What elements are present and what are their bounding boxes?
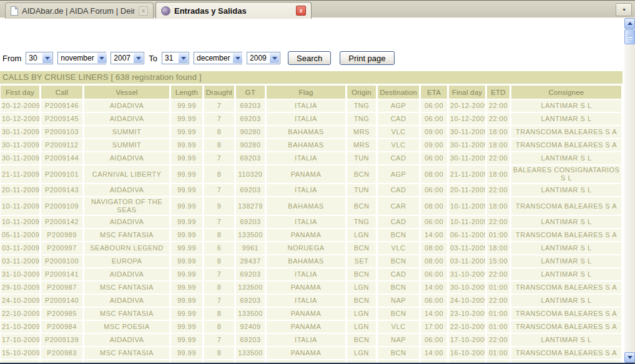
cell: 01:00 [487,321,509,333]
scrollbar-thumb[interactable] [624,29,635,44]
cell: 7 [204,100,234,112]
cell: 03-11-2009 [449,255,485,267]
cell: ITALIA [267,216,345,228]
cell: 69203 [236,334,265,346]
close-tab-icon[interactable]: x [139,6,148,16]
cell: 09:00 [421,139,447,151]
cell: AGP [378,100,419,112]
column-header: GT [236,86,265,99]
cell: 22-10-2009 [1,308,39,320]
cell: 69203 [236,216,265,228]
browser-tab-bar: AIDAbar.de | AIDA Forum | Deine Clu... x… [0,0,635,18]
cell: NAVIGATOR OF THE SEAS [84,197,169,215]
scroll-up-button[interactable] [624,18,635,29]
cell: 29-10-2009 [1,282,39,293]
to-day-select[interactable]: 31 [162,52,189,64]
cell: LANTIMAR S L [511,100,621,112]
cell: BCN [347,197,376,215]
cell: TRANSCOMA BALEARES S A [511,321,621,333]
cell: PANAMA [267,308,345,320]
cell: 20-12-2009 [449,100,485,112]
cell: ITALIA [267,152,345,164]
cell: VLC [378,126,419,138]
cell: AIDADIVA [84,152,169,164]
cell: 31-10-2009 [449,268,485,280]
column-header: Consignee [511,86,621,99]
cell: ITALIA [267,334,345,346]
cell: 138279 [236,197,265,215]
cell: AGP [378,165,419,183]
results-title-bar: CALLS BY CRUISE LINERS [ 638 registratio… [0,71,623,84]
cell: TRANSCOMA BALEARES S A [511,197,621,215]
cell: 110320 [236,165,265,183]
cell: 01:00 [487,308,509,320]
cell: 18:00 [487,242,509,254]
cell: TRANSCOMA BALEARES S A [511,126,621,138]
cell: 7 [204,113,234,125]
document-page-icon [11,6,18,16]
cell: 10-12-2009 [1,113,39,125]
tab-aidabar[interactable]: AIDAbar.de | AIDA Forum | Deine Clu... x [5,2,154,19]
from-day-select[interactable]: 30 [26,52,53,64]
cell: 7 [204,152,234,164]
print-page-button[interactable]: Print page [340,51,394,65]
cell: 10-11-2009 [449,197,485,215]
cell: BCN [378,229,419,241]
cell: AIDADIVA [84,184,169,196]
cell: 09:00 [421,126,447,138]
cell: VLC [378,242,419,254]
cell: MSC FANTASIA [84,229,169,241]
table-row: 10-11-2009P2009109NAVIGATOR OF THE SEAS9… [1,197,621,215]
cell: 30-11-2009 [1,126,39,138]
column-header: Length [171,86,202,99]
cell: NAP [378,295,419,307]
cell: 17-10-2009 [449,334,485,346]
cell: 08:00 [421,197,447,215]
to-year-select[interactable]: 2009 [247,52,280,64]
cell: 22:00 [487,113,509,125]
cell: 99.99 [171,229,202,241]
from-year-select[interactable]: 2007 [111,52,144,64]
cell: 05-11-2009 [1,229,39,241]
tab-list-dropdown-button[interactable]: ▼ [616,3,632,16]
column-header: ETA [421,86,447,99]
cell: NORUEGA [267,242,345,254]
date-filter-form: From 30 november 2007 To 31 december 200… [2,51,403,65]
cell: LGN [347,308,376,320]
cell: 03-11-2009 [1,255,39,267]
table-row: 22-10-2009P200985MSC FANTASIA99.99813350… [1,308,621,320]
cell: 90280 [236,139,265,151]
from-month-select[interactable]: november [57,52,106,64]
cell: PANAMA [267,347,345,359]
close-tab-icon[interactable]: x [296,6,306,16]
search-button[interactable]: Search [288,51,331,65]
dropdown-arrow-icon [97,52,107,64]
vertical-scrollbar[interactable] [624,18,635,363]
cell: TRANSCOMA BALEARES S A [511,308,621,320]
cell: 69203 [236,184,265,196]
cell: 15:00 [487,255,509,267]
table-row: 03-11-2009P2009100EUROPA99.99828437BAHAM… [1,255,621,267]
cell: 30-11-2009 [449,139,485,151]
cell: P200989 [41,229,82,241]
cell: TUN [347,152,376,164]
table-row: 03-11-2009P200997SEABOURN LEGEND99.99699… [1,242,621,254]
table-row: 30-11-2009P2009103SUMMIT99.99890280BAHAM… [1,126,621,138]
cell: 133500 [236,347,265,359]
table-body: 20-12-2009P2009146AIDADIVA99.99769203ITA… [1,100,621,364]
dropdown-arrow-icon [178,52,189,64]
cell: BCN [378,255,419,267]
to-month-select[interactable]: december [194,52,242,64]
cell: P200997 [41,242,82,254]
cell: LGN [347,321,376,333]
scroll-down-button[interactable] [624,352,635,363]
cell: MRS [347,139,376,151]
cell: 01:00 [487,229,509,241]
tab-title: AIDAbar.de | AIDA Forum | Deine Clu... [22,6,135,16]
tab-entradas-y-salidas[interactable]: Entradas y Salidas x [155,2,312,19]
cell: 69203 [236,295,265,307]
cell: PANAMA [267,165,345,183]
cell: LGN [347,347,376,359]
scrollbar-grip-icon [628,35,633,39]
cell: 17-10-2009 [1,334,39,346]
